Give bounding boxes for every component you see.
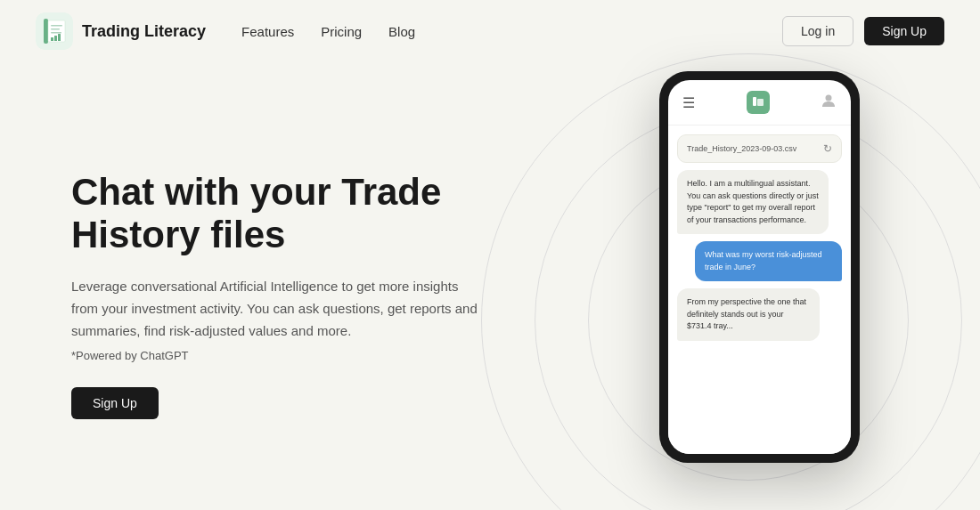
refresh-icon: ↻	[823, 142, 832, 155]
phone-body: ☰	[659, 71, 860, 463]
user-icon	[821, 93, 837, 113]
brand-name: Trading Literacy	[82, 22, 206, 41]
svg-point-12	[826, 94, 832, 101]
svg-rect-7	[51, 37, 53, 41]
svg-rect-9	[58, 34, 61, 41]
svg-rect-1	[44, 19, 48, 44]
svg-rect-8	[54, 36, 57, 41]
login-button[interactable]: Log in	[782, 16, 853, 46]
nav-actions: Log in Sign Up	[782, 16, 944, 46]
file-name: Trade_History_2023-09-03.csv	[687, 144, 796, 153]
phone-chat-area: Trade_History_2023-09-03.csv ↻ Hello. I …	[668, 125, 851, 454]
navbar: Trading Literacy Features Pricing Blog L…	[0, 0, 980, 62]
svg-rect-10	[753, 97, 756, 106]
logo-link[interactable]: Trading Literacy	[36, 12, 206, 50]
nav-link-blog[interactable]: Blog	[388, 24, 415, 39]
user-question-bubble: What was my worst risk-adjusted trade in…	[695, 241, 842, 281]
svg-rect-4	[51, 25, 62, 27]
nav-links: Features Pricing Blog	[241, 24, 782, 39]
phone-mockup: ☰	[659, 71, 864, 463]
nav-link-pricing[interactable]: Pricing	[321, 24, 362, 39]
hero-title: Chat with your Trade History files	[71, 171, 481, 257]
svg-rect-11	[757, 99, 764, 106]
app-logo-icon	[747, 91, 770, 114]
hero-section: Chat with your Trade History files Lever…	[0, 62, 980, 510]
phone-screen: ☰	[668, 80, 851, 454]
hero-powered: *Powered by ChatGPT	[71, 349, 481, 362]
hamburger-icon: ☰	[682, 94, 695, 111]
hero-signup-button[interactable]: Sign Up	[71, 387, 159, 419]
phone-topbar: ☰	[668, 80, 851, 125]
ai-response-bubble: From my perspective the one that definit…	[677, 288, 820, 341]
svg-rect-5	[51, 28, 60, 30]
svg-rect-6	[51, 32, 61, 34]
hero-content: Chat with your Trade History files Lever…	[71, 171, 481, 420]
nav-link-features[interactable]: Features	[241, 24, 294, 39]
hero-description: Leverage conversational Artificial Intel…	[71, 276, 481, 342]
file-attachment: Trade_History_2023-09-03.csv ↻	[677, 134, 842, 163]
logo-icon	[36, 12, 73, 50]
nav-signup-button[interactable]: Sign Up	[864, 17, 944, 45]
ai-greeting-bubble: Hello. I am a multilingual assistant. Yo…	[677, 170, 829, 234]
